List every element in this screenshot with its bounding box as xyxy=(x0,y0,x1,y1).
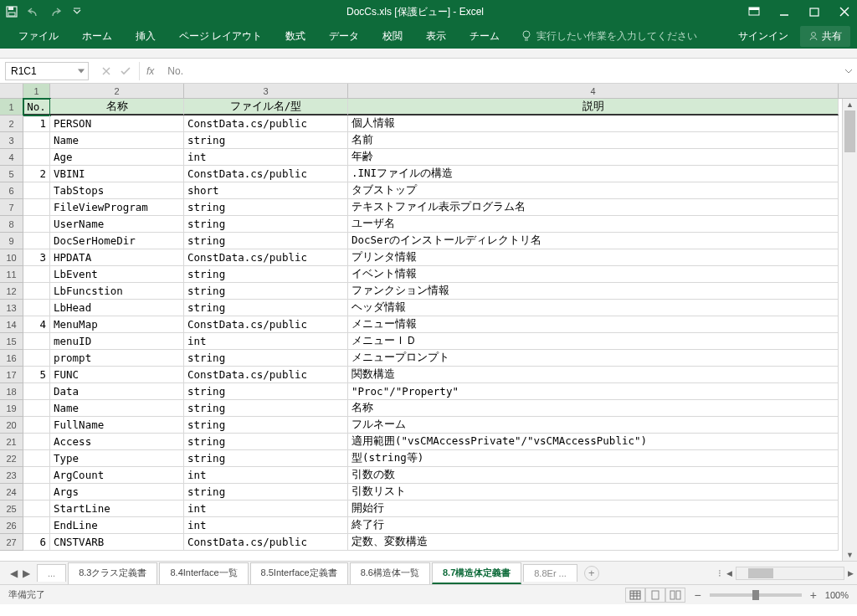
cell[interactable]: 5 xyxy=(23,367,50,383)
minimize-icon[interactable] xyxy=(777,4,792,19)
enter-icon[interactable] xyxy=(121,67,131,75)
cell[interactable]: 型(string等) xyxy=(348,450,839,467)
cell[interactable]: ConstData.cs/public xyxy=(184,534,348,551)
cell[interactable]: Access xyxy=(50,434,184,450)
cell[interactable]: LbFuncstion xyxy=(50,283,184,300)
select-all-corner[interactable] xyxy=(0,84,23,98)
cell[interactable]: TabStops xyxy=(50,182,184,199)
cell[interactable]: プリンタ情報 xyxy=(348,249,839,266)
hscroll-left-icon[interactable]: ◀ xyxy=(726,569,732,578)
cell[interactable]: 名前 xyxy=(348,132,839,149)
sheet-tab[interactable]: 8.7構造体定義書 xyxy=(432,562,521,584)
cell[interactable]: CNSTVARB xyxy=(50,534,184,551)
cell[interactable]: string xyxy=(184,216,348,233)
cell[interactable]: Type xyxy=(50,450,184,467)
row-header[interactable]: 20 xyxy=(0,417,23,434)
cell[interactable]: 開始行 xyxy=(348,501,839,517)
cell[interactable]: VBINI xyxy=(50,166,184,182)
tab-review[interactable]: 校閲 xyxy=(371,23,414,49)
row-header[interactable]: 26 xyxy=(0,517,23,534)
cell[interactable]: int xyxy=(184,333,348,350)
cell[interactable] xyxy=(23,450,50,467)
cell[interactable]: 引数の数 xyxy=(348,467,839,484)
cell[interactable]: ユーザ名 xyxy=(348,216,839,233)
cell[interactable]: MenuMap xyxy=(50,316,184,333)
name-box[interactable]: R1C1 xyxy=(5,62,89,80)
row-header[interactable]: 11 xyxy=(0,266,23,283)
cell[interactable]: テキストファイル表示プログラム名 xyxy=(348,199,839,216)
cell[interactable]: 引数リスト xyxy=(348,484,839,501)
tab-data[interactable]: データ xyxy=(317,23,371,49)
zoom-in-icon[interactable]: + xyxy=(810,588,817,602)
cell[interactable]: ファイル名/型 xyxy=(184,99,348,116)
tab-insert[interactable]: 挿入 xyxy=(124,23,167,49)
cell[interactable]: 個人情報 xyxy=(348,116,839,132)
sheet-nav-prev-icon[interactable]: ◀ xyxy=(10,567,18,579)
formula-input[interactable]: No. xyxy=(161,65,840,77)
cell[interactable]: ConstData.cs/public xyxy=(184,316,348,333)
cell[interactable]: string xyxy=(184,350,348,367)
cell[interactable]: "Proc"/"Property" xyxy=(348,383,839,400)
sheet-tab[interactable]: 8.5Interface定義書 xyxy=(250,562,348,584)
sheet-tab-trunc-left[interactable]: ... xyxy=(37,564,66,582)
save-icon[interactable] xyxy=(5,5,18,18)
cell[interactable]: ConstData.cs/public xyxy=(184,116,348,132)
cell[interactable]: 名称 xyxy=(50,99,184,116)
row-header[interactable]: 12 xyxy=(0,283,23,300)
col-header-4[interactable]: 4 xyxy=(348,84,839,98)
row-header[interactable]: 27 xyxy=(0,534,23,551)
share-button[interactable]: 共有 xyxy=(800,26,850,47)
cell[interactable]: ヘッダ情報 xyxy=(348,300,839,316)
vertical-scrollbar[interactable]: ▲ ▼ xyxy=(842,99,857,561)
formula-expand-icon[interactable] xyxy=(840,67,857,75)
cell[interactable]: ConstData.cs/public xyxy=(184,166,348,182)
cell[interactable]: ファンクション情報 xyxy=(348,283,839,300)
cell[interactable]: Data xyxy=(50,383,184,400)
cell[interactable]: int xyxy=(184,149,348,166)
cell[interactable] xyxy=(23,283,50,300)
close-icon[interactable] xyxy=(837,4,852,19)
cell[interactable]: 1 xyxy=(23,116,50,132)
cell[interactable]: FileViewProgram xyxy=(50,199,184,216)
cell[interactable]: string xyxy=(184,434,348,450)
cell[interactable]: short xyxy=(184,182,348,199)
row-header[interactable]: 3 xyxy=(0,132,23,149)
row-header[interactable]: 25 xyxy=(0,501,23,517)
cell[interactable]: ArgCount xyxy=(50,467,184,484)
row-header[interactable]: 22 xyxy=(0,450,23,467)
cell[interactable] xyxy=(23,333,50,350)
cell[interactable]: DocSerHomeDir xyxy=(50,233,184,249)
cell[interactable]: DocSerのインストールディレクトリ名 xyxy=(348,233,839,249)
cell[interactable] xyxy=(23,132,50,149)
cell[interactable]: 年齢 xyxy=(348,149,839,166)
cell[interactable] xyxy=(23,383,50,400)
cell[interactable] xyxy=(23,149,50,166)
cell[interactable] xyxy=(23,182,50,199)
tab-formulas[interactable]: 数式 xyxy=(274,23,317,49)
scroll-down-icon[interactable]: ▼ xyxy=(843,549,857,561)
cell[interactable]: string xyxy=(184,233,348,249)
row-header[interactable]: 18 xyxy=(0,383,23,400)
tab-file[interactable]: ファイル xyxy=(7,23,70,49)
cell[interactable]: int xyxy=(184,501,348,517)
cell[interactable]: Age xyxy=(50,149,184,166)
cell[interactable]: メニュー情報 xyxy=(348,316,839,333)
tellme-search[interactable]: 実行したい作業を入力してください xyxy=(511,29,707,44)
sheet-tab[interactable]: 8.4Interface一覧 xyxy=(159,562,248,584)
cell[interactable]: ConstData.cs/public xyxy=(184,249,348,266)
cell[interactable] xyxy=(23,233,50,249)
cell[interactable]: 定数、変数構造 xyxy=(348,534,839,551)
cancel-icon[interactable] xyxy=(102,67,110,75)
cell[interactable] xyxy=(23,350,50,367)
cell[interactable]: EndLine xyxy=(50,517,184,534)
cell[interactable]: 終了行 xyxy=(348,517,839,534)
cell[interactable]: menuID xyxy=(50,333,184,350)
cell[interactable]: 6 xyxy=(23,534,50,551)
row-header[interactable]: 24 xyxy=(0,484,23,501)
cell[interactable]: string xyxy=(184,484,348,501)
col-header-1[interactable]: 1 xyxy=(23,84,50,98)
cell[interactable]: LbEvent xyxy=(50,266,184,283)
col-header-3[interactable]: 3 xyxy=(184,84,348,98)
cell[interactable]: 名称 xyxy=(348,400,839,417)
view-page-layout-icon[interactable] xyxy=(645,588,665,603)
